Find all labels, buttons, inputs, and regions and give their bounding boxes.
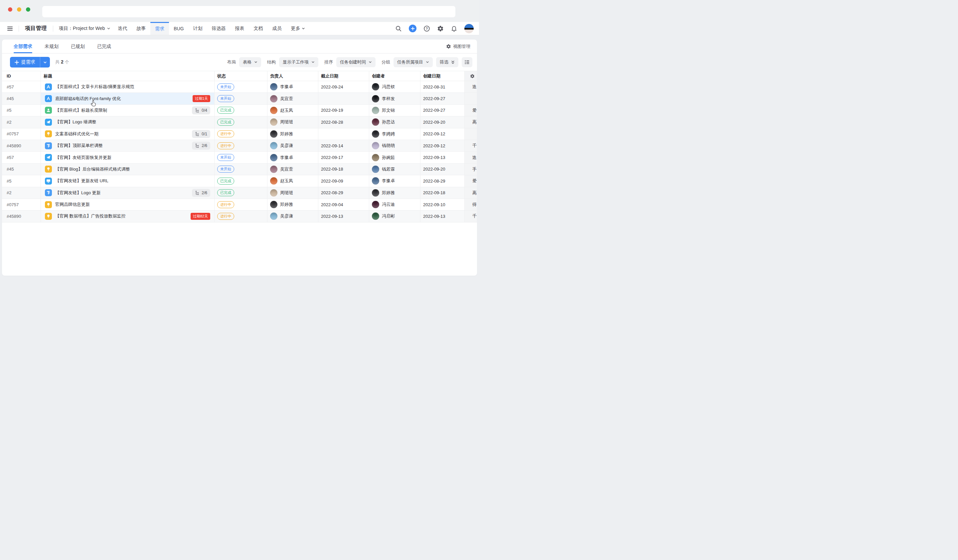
dropdown-排序[interactable]: 任务创建时间 [336,57,376,67]
status-badge[interactable]: 已完成 [217,119,234,126]
status-badge[interactable]: 进行中 [217,201,234,208]
task-title-cell[interactable]: 【官网】友链页面恢复并更新 [41,152,214,163]
table-row[interactable]: #45底部邮箱&电话的 Font-family 优化过期1天未开始吴宣萱李梓发2… [2,93,477,104]
subtask-count[interactable]: 0/4 [192,106,210,114]
subtask-count[interactable]: 2/6 [192,142,210,150]
task-title-cell[interactable]: 【官网】顶部菜单栏调整2/6 [41,140,214,151]
user-avatar[interactable] [465,24,474,33]
status-badge[interactable]: 进行中 [217,213,234,220]
task-title-cell[interactable]: 【官网 数据埋点】广告投放数据监控过期82天 [41,210,214,222]
task-title[interactable]: 官网品牌信息更新 [55,201,90,207]
view-tab-全部需求[interactable]: 全部需求 [14,40,32,53]
task-title[interactable]: 【官网】友链页面恢复并更新 [55,155,111,161]
task-title[interactable]: 【官网友链】更新友链 URL [55,178,108,184]
created-date: 2022-09-13 [420,210,465,222]
nav-item-BUG[interactable]: BUG [169,22,188,35]
table-row[interactable]: #0757官网品牌信息更新进行中郑婷雅2022-09-04冯云迪2022-09-… [2,199,477,210]
status-badge[interactable]: 已完成 [217,107,234,114]
notifications-bell-icon[interactable] [451,25,457,32]
task-title-cell[interactable]: 【官网友链】更新友链 URL [41,175,214,187]
status-badge[interactable]: 未开始 [217,154,234,161]
dropdown-结构[interactable]: 显示子工作项 [279,57,318,67]
filter-dropdown[interactable]: 筛选 [436,57,458,67]
status-badge[interactable]: 进行中 [217,142,234,149]
task-title-cell[interactable]: 官网品牌信息更新 [41,199,214,210]
task-title[interactable]: 【页面样式】标题长度限制 [55,108,107,113]
create-requirement-button[interactable]: 提需求 [10,57,50,68]
create-dropdown-caret[interactable] [40,57,50,68]
settings-gear-icon[interactable] [437,25,444,32]
table-row[interactable]: #5【官网友链】更新友链 URL已完成赵玉凤2022-09-09李豫卓2022-… [2,175,477,187]
task-title-cell[interactable]: 文案基础样式优化一期0/1 [41,128,214,140]
clipped-extra-column: 高 [465,116,477,128]
search-icon[interactable] [395,25,402,32]
nav-item-需求[interactable]: 需求 [151,22,169,35]
density-list-icon[interactable] [462,57,472,67]
table-row[interactable]: #5【页面样式】标题长度限制0/4已完成赵玉凤2022-09-19郑文锦2022… [2,105,477,116]
nav-item-故事[interactable]: 故事 [132,22,151,35]
task-title-cell[interactable]: 【页面样式】标题长度限制0/4 [41,105,214,116]
address-bar[interactable] [42,6,455,17]
minimize-window-button[interactable] [17,7,21,12]
status-badge[interactable]: 进行中 [217,130,234,137]
table-row[interactable]: #45890【官网】顶部菜单栏调整2/6进行中吴彦谦2022-09-14钱萌萌2… [2,140,477,152]
table-row[interactable]: #57【页面样式】文章卡片标题/摘要显示规范未开始李豫卓2022-09-24冯思… [2,81,477,93]
task-title-cell[interactable]: 【官网】Logo 墙调整 [41,116,214,128]
task-title-cell[interactable]: 【页面样式】文章卡片标题/摘要显示规范 [41,81,214,92]
table-row[interactable]: #57【官网】友链页面恢复并更新未开始李豫卓2022-09-17孙婉茹2022-… [2,152,477,163]
table-row[interactable]: #0757文案基础样式优化一期0/1进行中郑婷雅李娉娉2022-09-12 [2,128,477,140]
nav-item-更多[interactable]: 更多 [286,22,310,35]
dropdown-布局[interactable]: 表格 [239,57,261,67]
status-badge[interactable]: 未开始 [217,95,234,102]
column-header-创建日期[interactable]: 创建日期 [420,71,465,81]
status-badge[interactable]: 未开始 [217,166,234,172]
column-header-ID[interactable]: ID [2,71,41,81]
status-badge[interactable]: 已完成 [217,177,234,185]
table-row[interactable]: #2【官网】Logo 墙调整已完成周琎琎2022-08-28孙思达2022-09… [2,116,477,128]
quick-create-icon[interactable] [409,25,417,32]
subtask-count[interactable]: 2/6 [192,189,210,197]
nav-item-计划[interactable]: 计划 [189,22,207,35]
task-title[interactable]: 【官网】Logo 墙调整 [55,119,97,125]
nav-item-成员[interactable]: 成员 [268,22,286,35]
task-title[interactable]: 【页面样式】文章卡片标题/摘要显示规范 [55,84,135,90]
column-header-状态[interactable]: 状态 [214,71,268,81]
nav-item-筛选器[interactable]: 筛选器 [207,22,230,35]
appstore-icon [45,95,52,102]
view-manage-button[interactable]: 视图管理 [446,40,470,53]
task-title[interactable]: 【官网友链】Logo 更新 [55,190,101,196]
view-tab-未规划[interactable]: 未规划 [44,40,59,53]
nav-item-文档[interactable]: 文档 [249,22,268,35]
column-header-标题[interactable]: 标题 [41,71,214,81]
table-row[interactable]: #45890【官网 数据埋点】广告投放数据监控过期82天进行中吴彦谦2022-0… [2,210,477,222]
column-header-负责人[interactable]: 负责人 [268,71,318,81]
task-title[interactable]: 【官网 数据埋点】广告投放数据监控 [55,213,126,219]
task-title[interactable]: 文案基础样式优化一期 [55,131,98,137]
zoom-window-button[interactable] [26,7,30,12]
avatar [372,189,379,196]
status-badge[interactable]: 已完成 [217,189,234,196]
nav-item-迭代[interactable]: 迭代 [113,22,132,35]
column-settings-gear-icon[interactable] [465,71,477,81]
task-title-cell[interactable]: 【官网友链】Logo 更新2/6 [41,187,214,199]
task-title-cell[interactable]: 【官网 Blog】后台编辑器样式格式调整 [41,164,214,175]
table-row[interactable]: #2【官网友链】Logo 更新2/6已完成周琎琎2022-08-29郑婷雅202… [2,187,477,199]
view-tab-已规划[interactable]: 已规划 [71,40,85,53]
task-title-cell[interactable]: 底部邮箱&电话的 Font-family 优化过期1天 [41,93,214,104]
table-row[interactable]: #45【官网 Blog】后台编辑器样式格式调整未开始吴宣萱2022-09-18钱… [2,164,477,175]
nav-item-报表[interactable]: 报表 [230,22,249,35]
help-icon[interactable]: ? [423,25,430,32]
assignee-cell: 吴宣萱 [268,93,318,104]
subtask-count[interactable]: 0/1 [192,130,210,138]
close-window-button[interactable] [8,7,12,12]
menu-icon[interactable] [7,25,13,32]
view-tab-已完成[interactable]: 已完成 [97,40,111,53]
column-header-创建者[interactable]: 创建者 [369,71,420,81]
task-title[interactable]: 【官网 Blog】后台编辑器样式格式调整 [55,166,130,172]
column-header-截止日期[interactable]: 截止日期 [318,71,369,81]
task-title[interactable]: 底部邮箱&电话的 Font-family 优化 [55,96,121,102]
task-title[interactable]: 【官网】顶部菜单栏调整 [55,143,103,149]
status-badge[interactable]: 未开始 [217,84,234,90]
project-selector[interactable]: 项目：Project for Web [59,25,110,32]
dropdown-分组[interactable]: 任务所属项目 [393,57,433,67]
